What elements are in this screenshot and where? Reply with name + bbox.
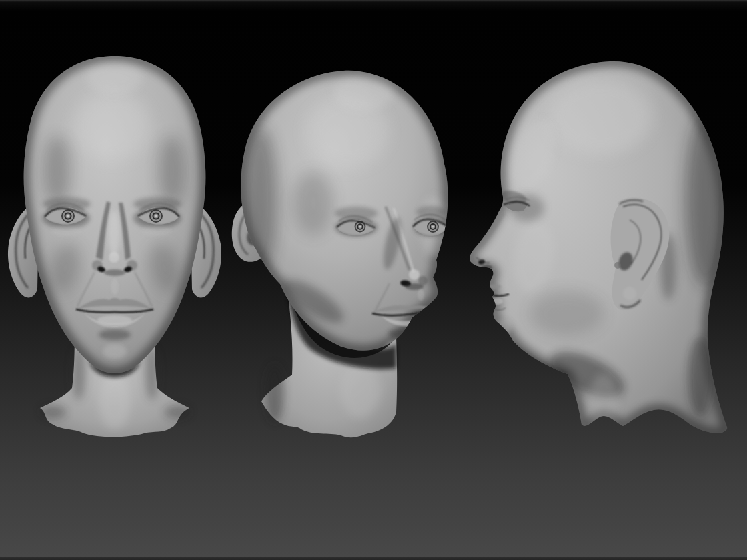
viewport-render [0,0,747,560]
sculpt-canvas[interactable] [0,0,747,560]
